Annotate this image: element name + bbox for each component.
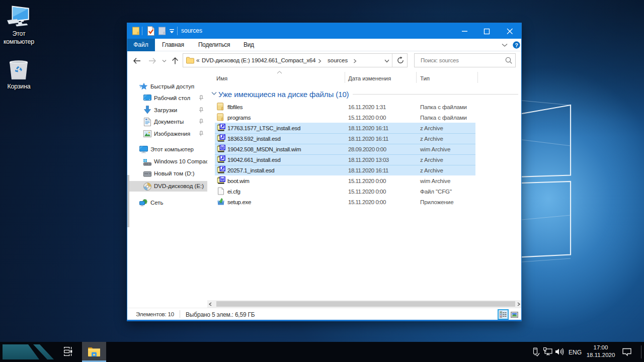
svg-text:?: ? (515, 42, 518, 48)
